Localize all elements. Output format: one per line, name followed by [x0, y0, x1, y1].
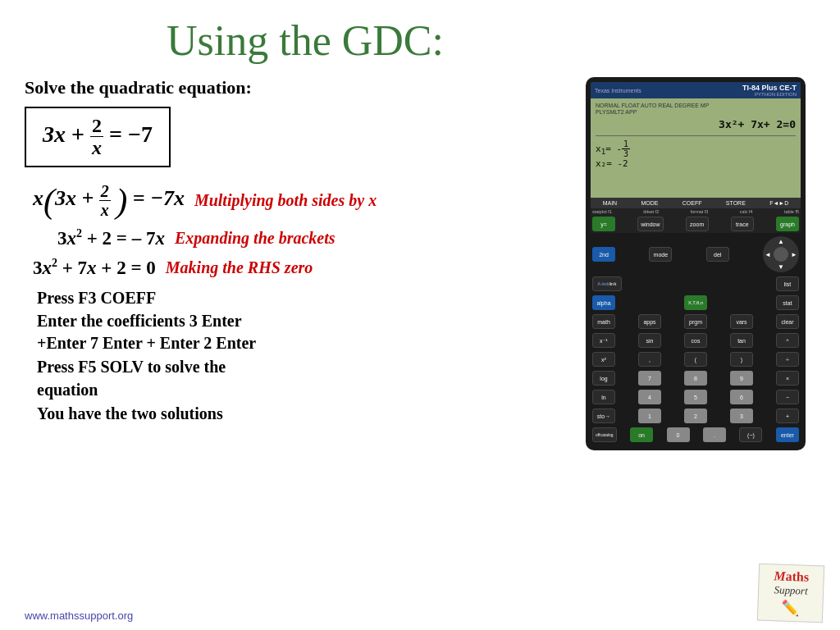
key-trace[interactable]: trace — [731, 217, 754, 231]
right-panel: Texas Instruments TI-84 Plus CE-T PYTHON… — [586, 77, 815, 450]
calc-menu-bar: MAIN MODE COEFF STORE F◄►D — [591, 198, 801, 208]
key-log[interactable]: log — [592, 371, 615, 386]
instruction-3: +Enter 7 Enter + Enter 2 Enter — [37, 334, 561, 353]
key-negate[interactable]: (−) — [739, 427, 762, 442]
instruction-1: Press F3 COEFF — [37, 289, 561, 308]
key-plus[interactable]: + — [776, 409, 799, 423]
calc-result1: x1= -13 — [596, 139, 796, 158]
left-panel: Solve the quadratic equation: 3x + 2 x =… — [25, 77, 569, 450]
equation-fraction: 2 x — [90, 115, 103, 159]
key-window[interactable]: window — [637, 217, 663, 231]
key-multiply[interactable]: × — [776, 371, 799, 386]
equation-plus: + — [71, 121, 90, 147]
key-power[interactable]: ^ — [776, 333, 799, 348]
menu-coeff[interactable]: COEFF — [681, 199, 704, 207]
calc-row-2nd: 2nd mode del ▲ ▼ ◄ ► — [591, 235, 801, 273]
key-x-inverse[interactable]: x⁻¹ — [592, 333, 615, 348]
equation-box: 3x + 2 x = −7 — [25, 107, 171, 167]
key-2[interactable]: 2 — [684, 409, 707, 423]
key-close-paren[interactable]: ) — [730, 352, 753, 367]
pencil-icon: ✏️ — [781, 598, 800, 617]
key-tan[interactable]: tan — [730, 333, 753, 348]
step2: 3x2 + 2 = – 7x Expanding the brackets — [57, 227, 561, 249]
key-0[interactable]: 0 — [667, 427, 690, 442]
step3-note: Making the RHS zero — [166, 258, 313, 277]
key-3[interactable]: 3 — [730, 409, 753, 423]
calc-row-456: ln 4 5 6 − — [591, 389, 801, 405]
calc-row-789: log 7 8 9 × — [591, 370, 801, 386]
step3: 3x2 + 7x + 2 = 0 Making the RHS zero — [33, 257, 561, 279]
calc-row-alpha: alpha X,T,θ,n stat — [591, 294, 801, 311]
equation-equals: = −7 — [109, 121, 153, 147]
maths-support-logo: Maths Support ✏️ — [757, 564, 824, 623]
key-sto[interactable]: sto→ — [592, 409, 615, 423]
key-list[interactable]: list — [776, 276, 799, 291]
step3-math: 3x2 + 7x + 2 = 0 — [33, 257, 156, 279]
menu-frd[interactable]: F◄►D — [768, 199, 790, 207]
menu-mode[interactable]: MODE — [639, 199, 660, 207]
key-on[interactable]: on — [630, 427, 653, 442]
menu-main[interactable]: MAIN — [601, 199, 619, 207]
key-5[interactable]: 5 — [684, 390, 707, 404]
key-enter[interactable]: enter — [776, 427, 799, 442]
key-alock[interactable]: A-locklink — [592, 276, 622, 291]
calc-row-math: math apps prgm vars clear — [591, 313, 801, 330]
solve-label: Solve the quadratic equation: — [25, 77, 561, 98]
key-clear[interactable]: clear — [776, 314, 799, 329]
maths-support-sub: Support — [774, 583, 808, 597]
calc-app: PLYSMLT2 APP — [596, 109, 796, 115]
calculator: Texas Instruments TI-84 Plus CE-T PYTHON… — [586, 77, 806, 450]
key-del[interactable]: del — [706, 247, 729, 262]
key-decimal[interactable]: . — [703, 427, 726, 442]
key-4[interactable]: 4 — [638, 390, 661, 404]
key-vars[interactable]: vars — [730, 314, 753, 329]
key-apps[interactable]: apps — [638, 314, 661, 329]
calc-row-0: offcatalog on 0 . (−) enter — [591, 427, 801, 443]
key-divide[interactable]: ÷ — [776, 352, 799, 367]
calc-function-row: y= window zoom trace graph — [591, 215, 801, 233]
step1: x(3x + 2 x ) = −7x Multiplying both side… — [33, 182, 561, 219]
calc-screen: NORMAL FLOAT AUTO REAL DEGREE MP PLYSMLT… — [591, 98, 801, 198]
key-6[interactable]: 6 — [730, 390, 753, 404]
key-alpha[interactable]: alpha — [592, 295, 615, 310]
key-open-paren[interactable]: ( — [684, 352, 707, 367]
key-7[interactable]: 7 — [638, 371, 661, 386]
calc-equation: 3x²+ 7x+ 2=0 — [596, 118, 796, 130]
content-area: Solve the quadratic equation: 3x + 2 x =… — [25, 77, 815, 450]
key-9[interactable]: 9 — [730, 371, 753, 386]
maths-support-title: Maths — [774, 568, 809, 584]
key-comma[interactable]: , — [638, 352, 661, 367]
key-mode[interactable]: mode — [649, 247, 672, 262]
calc-row-alock: A-locklink list — [591, 276, 801, 292]
page-title: Using the GDC: — [25, 16, 586, 65]
key-xthetaN[interactable]: X,T,θ,n — [684, 295, 707, 310]
nav-pad[interactable]: ▲ ▼ ◄ ► — [763, 236, 799, 272]
key-ln[interactable]: ln — [592, 390, 615, 404]
equation-term1: 3x — [43, 121, 66, 147]
key-math[interactable]: math — [592, 314, 615, 329]
key-graph[interactable]: graph — [776, 217, 799, 231]
key-stat[interactable]: stat — [776, 295, 799, 310]
step2-note: Expanding the brackets — [175, 229, 336, 248]
calc-row-123: sto→ 1 2 3 + — [591, 408, 801, 424]
key-1[interactable]: 1 — [638, 409, 661, 423]
key-y-equals[interactable]: y= — [592, 217, 615, 231]
key-zoom[interactable]: zoom — [686, 217, 709, 231]
instruction-5: You have the two solutions — [37, 404, 561, 423]
step1-note: Multiplying both sides by x — [194, 191, 377, 210]
menu-store[interactable]: STORE — [724, 199, 747, 207]
key-x2[interactable]: x² — [592, 352, 615, 367]
key-prgm[interactable]: prgm — [684, 314, 707, 329]
key-2nd[interactable]: 2nd — [592, 247, 615, 262]
calc-status: NORMAL FLOAT AUTO REAL DEGREE MP — [596, 103, 796, 108]
key-cos[interactable]: cos — [684, 333, 707, 348]
key-sin[interactable]: sin — [638, 333, 661, 348]
page: Using the GDC: Solve the quadratic equat… — [0, 0, 840, 630]
calc-brand-right: TI-84 Plus CE-T PYTHON EDITION — [742, 84, 797, 97]
calc-soft-labels: statplot f1 tblset f2 format f3 calc f4 … — [591, 208, 801, 215]
instruction-4: Press F5 SOLV to solve the — [37, 358, 561, 377]
key-8[interactable]: 8 — [684, 371, 707, 386]
key-minus[interactable]: − — [776, 390, 799, 404]
step2-math: 3x2 + 2 = – 7x — [57, 227, 165, 249]
key-off[interactable]: offcatalog — [592, 427, 617, 442]
